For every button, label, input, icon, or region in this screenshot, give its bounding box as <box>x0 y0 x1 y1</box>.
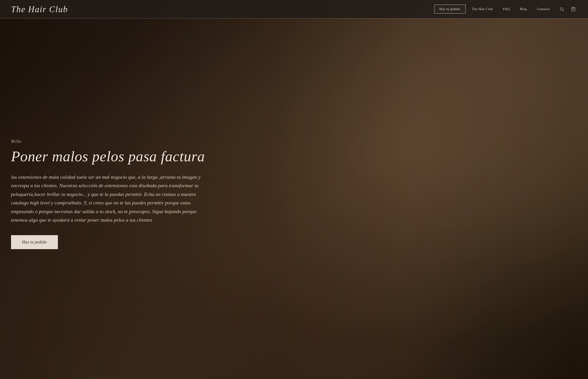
search-icon <box>559 7 564 12</box>
hero-section: Brillo Poner malos pelos pasa factura la… <box>0 0 588 379</box>
hero-tag: Brillo <box>11 139 209 144</box>
hero-cta-button[interactable]: Haz tu pedido <box>11 235 58 249</box>
logo[interactable]: The Hair Club <box>11 4 68 14</box>
hero-title: Poner malos pelos pasa factura <box>11 148 209 164</box>
hero-body: las extensiones de mala calidad suele se… <box>11 173 209 224</box>
nav-link-blog[interactable]: Blog <box>516 5 530 13</box>
nav-icon-group <box>558 5 577 13</box>
svg-line-1 <box>563 10 564 11</box>
cart-icon <box>571 7 576 12</box>
nav-link-faq[interactable]: FAQ <box>499 5 513 13</box>
logo-text: The Hair Club <box>11 4 68 14</box>
nav-link-hair-club[interactable]: The Hair Club <box>468 5 497 13</box>
site-header: The Hair Club Haz tu pedido The Hair Clu… <box>0 0 588 18</box>
cart-button[interactable] <box>570 5 577 13</box>
svg-point-0 <box>560 8 563 10</box>
nav-link-contacto[interactable]: Contacto <box>533 5 554 13</box>
search-button[interactable] <box>558 5 566 13</box>
main-nav: Haz tu pedido The Hair Club FAQ Blog Con… <box>434 5 577 14</box>
hero-content: Brillo Poner malos pelos pasa factura la… <box>0 111 220 268</box>
hero-divider <box>0 18 588 19</box>
nav-cta-button[interactable]: Haz tu pedido <box>434 5 466 14</box>
